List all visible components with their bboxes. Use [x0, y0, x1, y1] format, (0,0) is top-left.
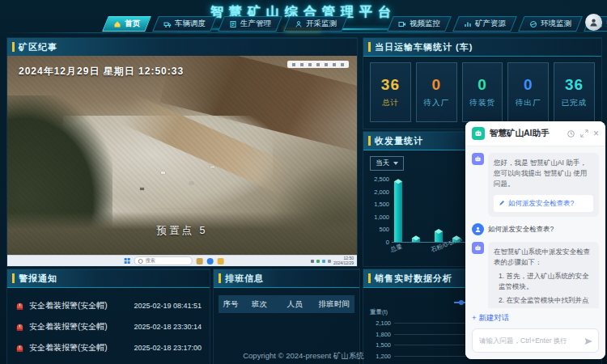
bot-bubble: 您好，我是 智慧矿山AI 助手，您可以向我提出 智慧矿山 使用问题。 如何派发安…	[488, 153, 599, 217]
y-axis-tick: 1,000	[370, 214, 389, 221]
bar-总量-series-2	[412, 238, 420, 242]
edge-browser-icon	[207, 258, 214, 265]
tray-icon	[328, 260, 331, 263]
pen-icon	[499, 200, 505, 206]
home-icon	[113, 20, 121, 28]
panel-alarms-header: 警报通知	[7, 269, 210, 288]
stat-value: 0	[478, 76, 487, 94]
windows-start-icon	[125, 258, 130, 264]
alarm-icon	[15, 323, 24, 332]
stat-label: 已完成	[562, 98, 588, 108]
tab-mining-monitor[interactable]: 开采监测	[283, 16, 348, 32]
close-icon[interactable]: ×	[593, 128, 599, 139]
column-header: 班次	[243, 299, 275, 310]
panel-schedule: 排班信息 序号 班次 人员 排班时间	[213, 269, 360, 364]
stat-card: 36 总计	[370, 62, 411, 122]
alarm-time: 2025-02-18 23:30:14	[134, 323, 202, 331]
alarm-time: 2025-02-19 08:41:51	[134, 302, 202, 310]
suggestion-text: 如何派发安全检查表?	[508, 198, 574, 209]
bar-石粉/0-5mm-series-1	[435, 231, 443, 242]
stat-label: 待出厂	[516, 98, 541, 108]
taskbar-tray: 12:50 2024/12/29	[311, 256, 354, 265]
chevron-down-icon	[393, 162, 398, 165]
tab-video-monitor[interactable]: 视频监控	[387, 16, 452, 32]
tab-home[interactable]: 首页	[102, 16, 151, 32]
ai-input-wrap	[472, 328, 599, 353]
bot-message: 您好，我是 智慧矿山AI 助手，您可以向我提出 智慧矿山 使用问题。 如何派发安…	[472, 153, 599, 217]
alarm-row[interactable]: 安全着装报警(安全帽) 2025-02-19 08:41:51	[7, 295, 210, 316]
user-message: 如何派发安全检查表?	[472, 223, 599, 235]
taskbar-search-label: 搜索	[146, 257, 155, 265]
panel-schedule-header: 排班信息	[214, 269, 359, 288]
ai-assistant-panel: 智慧矿山AI助手 × 您好，我是 智慧矿山AI 助手，您可以向我提出 智慧矿山 …	[465, 121, 605, 359]
bar-石粉/0-5mm-series-2	[452, 238, 461, 242]
user-avatar[interactable]	[585, 14, 602, 31]
tray-icon	[311, 260, 314, 263]
tab-production[interactable]: 生产管理	[218, 16, 282, 32]
video-timestamp: 2024年12月29日 星期日 12:50:33	[19, 65, 184, 78]
history-icon[interactable]	[567, 129, 575, 138]
bot-avatar	[472, 242, 484, 254]
stat-card: 0 待出厂	[507, 62, 549, 122]
bot-avatar	[472, 153, 484, 165]
folder-icon	[218, 258, 224, 265]
panel-title: 收发量统计	[375, 135, 423, 147]
dashboard: 智慧矿山综合管理平台 首页 车辆调度 生	[0, 0, 607, 364]
column-header: 排班时间	[314, 299, 354, 310]
stat-label: 总计	[382, 98, 399, 108]
stat-card: 0 待装货	[462, 62, 503, 122]
video-feed: 2024年12月29日 星期日 12:50:33 预置点 5 搜索	[7, 56, 357, 266]
y-axis-tick: 500	[370, 226, 389, 233]
app-header: 智慧矿山综合管理平台 首页 车辆调度 生	[0, 0, 607, 34]
stat-value: 36	[565, 76, 584, 94]
column-header: 序号	[219, 299, 243, 310]
video-icon	[398, 20, 406, 28]
alarm-list: 安全着装报警(安全帽) 2025-02-19 08:41:51 安全着装报警(安…	[7, 295, 210, 358]
sales-y-axis-label: 重量(t)	[370, 308, 388, 316]
tab-environment-monitor[interactable]: 环境监测	[518, 16, 583, 32]
stat-value: 0	[524, 76, 533, 94]
alarm-icon	[15, 302, 24, 311]
panel-title: 矿区纪事	[19, 41, 57, 53]
tab-label: 首页	[125, 19, 140, 29]
ai-question-input[interactable]	[472, 328, 599, 353]
alarm-text: 安全着装报警(安全帽)	[29, 300, 129, 311]
panel-chronicle: 矿区纪事 2024年12月29日 星期日 12:50:33 预置点 5	[6, 37, 358, 267]
tab-vehicle-dispatch[interactable]: 车辆调度	[152, 16, 217, 32]
panel-title: 销售实时数据分析	[375, 273, 452, 285]
answer-intro: 在智慧矿山系统中派发安全检查表的步骤如下：	[494, 247, 593, 268]
panel-title: 警报通知	[19, 273, 57, 285]
alarm-text: 安全着装报警(安全帽)	[29, 321, 129, 332]
ai-greeting: 您好，我是 智慧矿山AI 助手，您可以向我提出 智慧矿山 使用问题。	[494, 159, 587, 188]
stat-cards: 36 总计 0 待入厂 0 待装货 0 待出厂 36 已完成	[370, 62, 595, 122]
y-axis-tick: 2,000	[370, 188, 389, 196]
nav-tabs-right: 视频监控 矿产资源 环境监测 安全监管	[390, 16, 607, 32]
expand-icon[interactable]	[580, 129, 588, 138]
tab-label: 视频监控	[410, 19, 440, 29]
alarm-row[interactable]: 安全着装报警(安全帽) 2025-02-18 23:30:14	[7, 316, 210, 337]
ai-title: 智慧矿山AI助手	[490, 128, 562, 139]
person-icon	[474, 226, 482, 233]
stat-label: 待装货	[469, 98, 495, 108]
tab-label: 矿产资源	[475, 19, 506, 29]
y-axis-tick: 0	[370, 239, 389, 246]
time-filter-dropdown[interactable]: 当天	[370, 156, 404, 171]
video-control-strip[interactable]	[287, 61, 349, 68]
bot-bubble-answer: 在智慧矿山系统中派发安全检查表的步骤如下： 1. 首先，进入矿山系统的安全监管模…	[488, 242, 599, 308]
tab-label: 环境监测	[541, 19, 571, 29]
suggested-question-chip[interactable]: 如何派发安全检查表?	[494, 195, 593, 212]
panel-title: 排班信息	[225, 273, 264, 285]
clipboard-icon	[229, 20, 237, 28]
tab-mineral-resources[interactable]: 矿产资源	[452, 16, 517, 32]
new-chat-button[interactable]: + 新建对话	[472, 313, 599, 324]
bar-chart-icon	[464, 20, 472, 28]
taskbar-clock: 12:50 2024/12/29	[333, 256, 354, 265]
answer-step: 2. 在安全监管模块中找到并点击“安全检查”选项。	[494, 295, 593, 308]
tab-label: 开采监测	[306, 19, 337, 29]
environment-icon	[529, 20, 537, 28]
nav-tabs-left: 首页 车辆调度 生产管理 开采监测	[105, 16, 345, 32]
stat-card: 36 已完成	[554, 62, 595, 122]
mine-aerial-view: 2024年12月29日 星期日 12:50:33 预置点 5	[7, 56, 357, 256]
send-icon[interactable]	[584, 335, 593, 349]
ai-footer: + 新建对话	[465, 308, 605, 359]
